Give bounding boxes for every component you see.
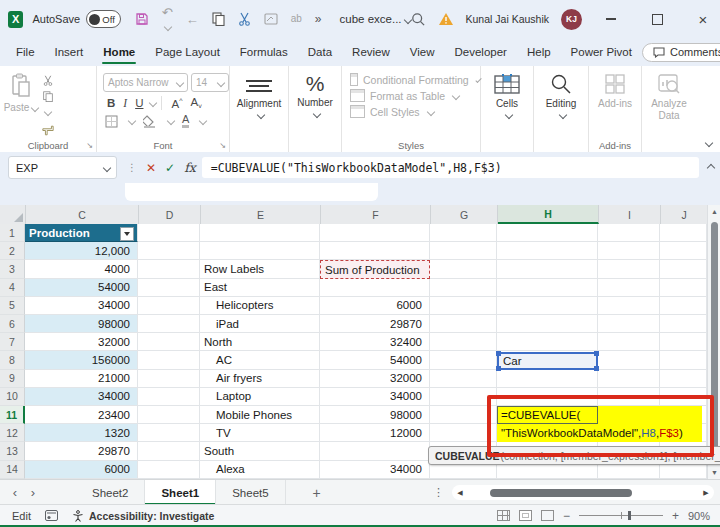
cell-I3[interactable] [598,260,660,278]
save-icon[interactable] [135,12,149,26]
cell-G2[interactable] [430,242,497,260]
tab-help[interactable]: Help [517,38,561,66]
sheet-tab-sheet2[interactable]: Sheet2 [76,480,145,505]
tab-page-layout[interactable]: Page Layout [145,38,230,66]
cell-H9[interactable] [497,370,598,388]
cell-C7[interactable]: 32000 [25,333,138,351]
document-title[interactable]: cube exce... [340,13,411,25]
cell-I6[interactable] [598,315,660,333]
cell-F14[interactable]: 34000 [320,461,430,479]
tab-review[interactable]: Review [342,38,400,66]
cell-I2[interactable] [598,242,660,260]
column-header-C[interactable]: C [26,205,139,224]
cell-F2[interactable] [320,242,430,260]
column-header-H[interactable]: H [498,205,599,224]
scroll-right-icon[interactable]: ▶ [698,489,714,497]
cell-J1[interactable] [660,224,707,242]
tab-view[interactable]: View [400,38,445,66]
row-header-8[interactable]: 8 [0,351,25,369]
column-header-G[interactable]: G [431,205,498,224]
draft-icon[interactable] [264,13,278,25]
cell-C12[interactable]: 1320 [25,424,138,442]
row-header-7[interactable]: 7 [0,333,25,351]
cell-C5[interactable]: 34000 [25,297,138,315]
insert-function-icon[interactable]: fx [184,160,196,175]
cell-F3[interactable]: Sum of Production [320,260,430,278]
column-header-D[interactable]: D [139,205,201,224]
cell-H8-selected[interactable]: Car [497,352,598,370]
tab-data[interactable]: Data [298,38,342,66]
italic-button[interactable]: I [119,97,131,109]
cell-D14[interactable] [138,461,200,479]
cell-C1[interactable]: Production [25,224,138,242]
cell-J2[interactable] [660,242,707,260]
accessibility-icon[interactable] [72,510,84,522]
sheet-bar-menu-icon[interactable]: ⋮ [433,480,444,505]
cut-icon[interactable] [238,12,251,26]
cell-D2[interactable] [138,242,200,260]
cell-H3[interactable] [497,260,598,278]
cell-F13[interactable] [320,442,430,460]
sheet-tab-sheet5[interactable]: Sheet5 [216,480,285,505]
paste-button[interactable]: Paste [0,66,42,136]
cell-F10[interactable]: 34000 [320,388,430,406]
tab-power-pivot[interactable]: Power Pivot [561,38,642,66]
cell-J4[interactable] [660,279,707,297]
cell-H7[interactable] [497,333,598,351]
cell-E5[interactable]: Helicopters [200,297,320,315]
cell-D9[interactable] [138,370,200,388]
ribbon-collapse-icon[interactable] [705,139,713,147]
cell-D10[interactable] [138,388,200,406]
cut-small-icon[interactable] [42,75,54,86]
macro-record-icon[interactable] [45,510,58,521]
cell-F1[interactable] [320,224,430,242]
cell-G5[interactable] [430,297,497,315]
cell-J5[interactable] [660,297,707,315]
tab-file[interactable]: File [6,38,45,66]
zoom-slider-thumb[interactable] [628,511,631,520]
cell-G1[interactable] [430,224,497,242]
autosave-toggle[interactable]: Off [86,10,121,28]
add-sheet-button[interactable]: + [300,480,334,505]
cell-G6[interactable] [430,315,497,333]
underline-button[interactable]: U [131,97,147,109]
column-header-I[interactable]: I [599,205,661,224]
row-header-14[interactable]: 14 [0,461,25,479]
bold-button[interactable]: B [103,97,119,109]
search-icon[interactable] [411,12,426,27]
cell-F4[interactable] [320,279,430,297]
tab-formulas[interactable]: Formulas [230,38,298,66]
cell-E13[interactable]: South [200,442,320,460]
cell-G4[interactable] [430,279,497,297]
accessibility-status[interactable]: Accessibility: Investigate [89,510,214,522]
cell-J9[interactable] [660,370,707,388]
cell-J6[interactable] [660,315,707,333]
cell-H2[interactable] [497,242,598,260]
avatar[interactable]: KJ [561,9,582,30]
name-box[interactable]: EXP [8,156,117,179]
redo-icon[interactable]: ← [186,13,199,26]
cell-D8[interactable] [138,351,200,369]
row-header-4[interactable]: 4 [0,279,25,297]
row-header-2[interactable]: 2 [0,242,25,260]
alignment-button[interactable]: Alignment [230,66,288,118]
cell-D3[interactable] [138,260,200,278]
cell-G3[interactable] [430,260,497,278]
font-name-select[interactable]: Aptos Narrow [103,73,188,92]
column-header-E[interactable]: E [201,205,321,224]
normal-view-icon[interactable] [497,510,510,521]
row-header-5[interactable]: 5 [0,297,25,315]
undo-icon[interactable]: ↶ [162,6,173,32]
copy-icon[interactable] [212,12,225,26]
cell-C8[interactable]: 156000 [25,351,138,369]
page-layout-view-icon[interactable] [519,510,532,521]
increase-font-icon[interactable]: A^ [167,97,186,110]
cell-D1[interactable] [138,224,200,242]
filter-button[interactable] [120,227,134,241]
cell-E1[interactable] [200,224,320,242]
confirm-entry-icon[interactable]: ✓ [165,161,175,175]
conditional-formatting-button[interactable]: Conditional Formatting [350,73,480,86]
cell-D11[interactable] [138,406,200,424]
cell-J3[interactable] [660,260,707,278]
row-header-12[interactable]: 12 [0,424,25,442]
